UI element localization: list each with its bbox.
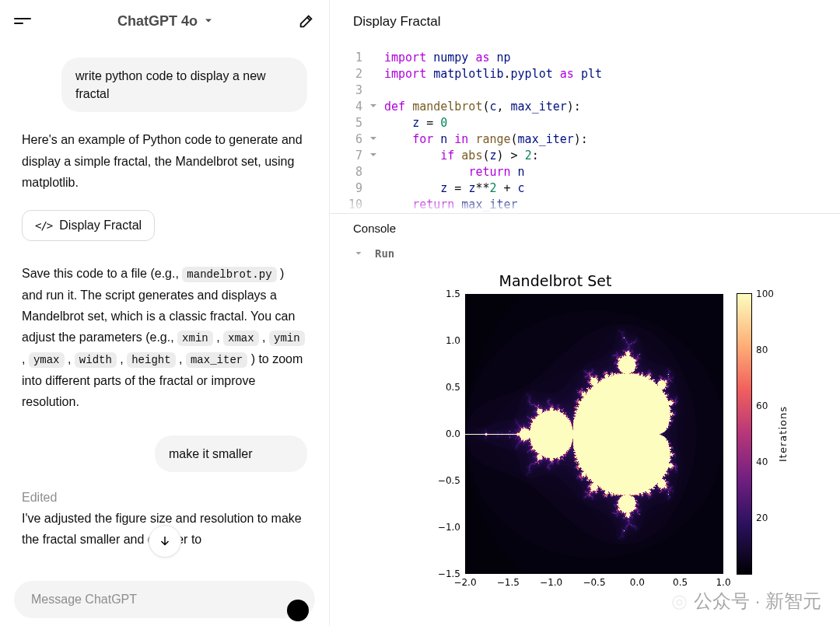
code-chip: height <box>127 352 175 368</box>
watermark: ◎公众号 · 新智元 <box>671 589 821 614</box>
chat-header: ChatGPT 4o <box>0 0 329 39</box>
x-tick-label: −0.5 <box>583 577 605 588</box>
chat-pane: ChatGPT 4o write python code to display … <box>0 0 330 626</box>
canvas-title: Display Fractal <box>330 0 840 34</box>
colorbar-tick-label: 80 <box>756 344 768 355</box>
menu-icon[interactable] <box>14 11 34 31</box>
user-message: make it smaller <box>155 435 307 472</box>
code-text: if abs(z) > 2: <box>380 148 539 164</box>
code-line[interactable]: 1import numpy as np <box>344 50 840 66</box>
code-line[interactable]: 3 <box>344 82 840 99</box>
code-line[interactable]: 7 if abs(z) > 2: <box>344 148 840 164</box>
colorbar-tick-label: 20 <box>756 512 768 523</box>
code-icon: </> <box>35 219 52 232</box>
fold-chevron-icon[interactable] <box>367 148 380 164</box>
y-tick-label: 1.5 <box>446 289 460 299</box>
send-button[interactable] <box>287 600 309 621</box>
line-number: 7 <box>344 148 367 164</box>
console-tab[interactable]: Console <box>330 213 840 243</box>
colorbar-tick-label: 40 <box>756 456 768 467</box>
chevron-down-icon <box>353 248 364 259</box>
code-text: import numpy as np <box>380 50 511 66</box>
fold-chevron-icon[interactable] <box>367 99 380 115</box>
chat-input[interactable] <box>30 592 299 607</box>
code-text: z = 0 <box>380 115 447 131</box>
chart-axes <box>465 294 723 574</box>
chat-scroll-area[interactable]: write python code to display a new fract… <box>0 39 329 581</box>
code-line[interactable]: 6 for n in range(max_iter): <box>344 131 840 148</box>
chat-input-bar <box>14 581 315 618</box>
line-number: 3 <box>344 82 367 99</box>
code-line[interactable]: 9 z = z**2 + c <box>344 180 840 197</box>
scroll-to-bottom-button[interactable] <box>149 525 181 558</box>
new-chat-button[interactable] <box>298 12 315 30</box>
edited-label: Edited <box>22 491 307 505</box>
code-chip: max_iter <box>186 352 247 368</box>
line-number: 2 <box>344 66 367 82</box>
code-chip: mandelbrot.py <box>182 267 276 282</box>
line-number: 1 <box>344 50 367 66</box>
run-row[interactable]: Run <box>330 243 840 263</box>
x-tick-label: −2.0 <box>453 577 476 588</box>
x-tick-label: 0.0 <box>630 577 645 588</box>
matplotlib-figure: Mandelbrot Set −1.5−1.0−0.50.00.51.01.5 … <box>376 263 828 589</box>
x-tick-label: 1.0 <box>716 577 730 588</box>
colorbar <box>737 294 751 574</box>
y-tick-label: −1.0 <box>438 522 460 533</box>
colorbar-tick-label: 100 <box>756 289 774 299</box>
chart-title: Mandelbrot Set <box>376 272 734 289</box>
line-number: 6 <box>344 131 367 148</box>
colorbar-tick-label: 60 <box>756 400 768 411</box>
x-tick-label: −1.5 <box>497 577 520 588</box>
code-chip: ymax <box>29 352 65 368</box>
code-line[interactable]: 4def mandelbrot(c, max_iter): <box>344 99 840 115</box>
y-tick-label: 0.0 <box>446 428 460 439</box>
run-label: Run <box>375 247 394 260</box>
x-tick-label: −1.0 <box>540 577 562 588</box>
y-tick-label: 0.5 <box>446 382 460 393</box>
chevron-down-icon <box>202 15 215 27</box>
canvas-button-label: Display Fractal <box>59 219 142 233</box>
code-chip: xmax <box>223 330 259 346</box>
line-number: 4 <box>344 99 367 115</box>
colorbar-label: Iterations <box>777 406 789 462</box>
fold-chevron-icon[interactable] <box>367 131 380 148</box>
model-label: ChatGPT 4o <box>117 13 198 30</box>
line-number: 9 <box>344 180 367 197</box>
code-text: import matplotlib.pyplot as plt <box>380 66 602 82</box>
figure-output: Mandelbrot Set −1.5−1.0−0.50.00.51.01.5 … <box>330 263 840 626</box>
code-chip: xmin <box>177 330 213 346</box>
code-chip: width <box>75 352 117 368</box>
code-line[interactable]: 5 z = 0 <box>344 115 840 131</box>
line-number: 8 <box>344 164 367 180</box>
assistant-message-intro: Here's an example of Python code to gene… <box>22 129 307 193</box>
code-text: return n <box>380 164 525 180</box>
line-number: 5 <box>344 115 367 131</box>
user-message: write python code to display a new fract… <box>61 58 307 112</box>
code-line[interactable]: 2import matplotlib.pyplot as plt <box>344 66 840 82</box>
code-chip: ymin <box>269 330 305 346</box>
code-text: z = z**2 + c <box>380 180 525 197</box>
canvas-pane: Display Fractal 1import numpy as np2impo… <box>330 0 840 626</box>
user-message-text: write python code to display a new fract… <box>75 69 266 100</box>
assistant-message-body: Save this code to a file (e.g., mandelbr… <box>22 263 307 412</box>
user-message-text: make it smaller <box>169 447 253 460</box>
y-tick-label: 1.0 <box>446 335 460 346</box>
open-canvas-button[interactable]: </> Display Fractal <box>22 210 155 241</box>
code-text: def mandelbrot(c, max_iter): <box>380 99 581 115</box>
code-text: for n in range(max_iter): <box>380 131 588 148</box>
y-tick-label: −0.5 <box>438 475 460 486</box>
code-line[interactable]: 8 return n <box>344 164 840 180</box>
model-picker[interactable]: ChatGPT 4o <box>117 13 215 30</box>
x-tick-label: 0.5 <box>673 577 688 588</box>
code-editor[interactable]: 1import numpy as np2import matplotlib.py… <box>330 34 840 213</box>
